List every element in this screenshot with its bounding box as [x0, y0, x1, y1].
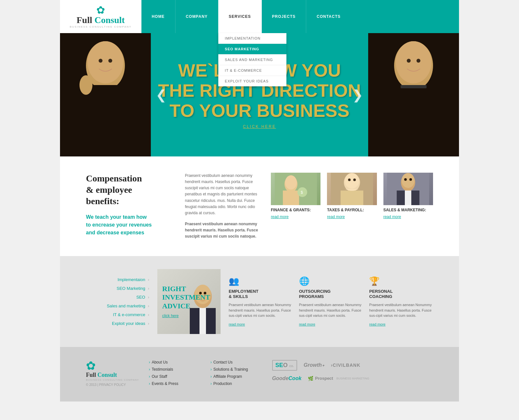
hero-cta[interactable]: CLICK HERE [158, 124, 361, 129]
compensation-subtitle: We teach your team howto encrease your r… [86, 213, 174, 237]
dropdown-item-implementation[interactable]: IMPLEMENTATION [218, 33, 286, 44]
nav-projects[interactable]: PROJECTS [262, 0, 307, 33]
person-left-svg [60, 33, 151, 156]
investment-link[interactable]: click here [162, 314, 216, 318]
partner-goodecook: GoodeCook [272, 376, 302, 381]
svg-rect-13 [401, 85, 427, 88]
footer-production[interactable]: ›Production [211, 381, 262, 386]
card-finance-img: $ [271, 173, 320, 205]
compensation-title: Compensation& employeebenefits: [86, 173, 174, 207]
svg-point-22 [345, 173, 359, 189]
outsourcing-icon: 🌐 [299, 276, 363, 286]
nav-home[interactable]: HOME [141, 0, 175, 33]
feature-employment: 👥 EMPLOYMENT& SKILLS Praesent vestibulum… [229, 276, 293, 327]
dropdown-item-seo-marketing[interactable]: SEO MARKETING [218, 44, 286, 55]
footer-solutions[interactable]: ›Solutions & Training [211, 367, 262, 372]
compensation-section: Compensation& employeebenefits: We teach… [60, 156, 459, 256]
feature-cards: 👥 EMPLOYMENT& SKILLS Praesent vestibulum… [229, 276, 433, 327]
main-nav: HOME COMPANY SERVICES IMPLEMENTATION SEO… [141, 0, 459, 33]
card-finance-title: FINANCE & GRANTS: [271, 208, 320, 212]
outsourcing-link[interactable]: read more [299, 322, 315, 326]
footer-events[interactable]: ›Events & Press [149, 381, 201, 386]
svg-point-28 [402, 173, 415, 188]
svg-rect-16 [283, 191, 299, 205]
nav-contacts[interactable]: CONTACTS [306, 0, 351, 33]
svg-point-11 [407, 59, 411, 63]
dropdown-item-it[interactable]: IT & E-COMMERCE [218, 65, 286, 76]
logo-area: ✿ Full Consult BUSINESS CONSULTING COMPA… [60, 0, 141, 33]
lower-nav-seo-marketing[interactable]: SEO Marketing› [86, 286, 149, 291]
services-dropdown: IMPLEMENTATION SEO MARKETING SALES AND M… [218, 33, 286, 86]
service-cards: $ FINANCE & GRANTS: read more TAXES & PA… [271, 173, 433, 219]
partner-row-2: GoodeCook 🌿 ProspectBUSINESS MARKETING [272, 376, 433, 381]
finance-person-svg: $ [275, 173, 317, 205]
footer-about[interactable]: ›About Us [149, 360, 201, 364]
footer-affiliate[interactable]: ›Affiliate Program [211, 374, 262, 379]
svg-rect-2 [79, 85, 131, 156]
footer: ✿ Full Consult BUSINESS CONSULTING COMPA… [60, 347, 459, 401]
coaching-text: Praesent vestibulum aenean Nonummy hendr… [369, 302, 433, 318]
svg-rect-25 [341, 191, 363, 205]
svg-point-23 [348, 179, 351, 181]
partner-growth: Growth✦ [304, 362, 324, 368]
card-sales: SALES & MARKETING: read more [383, 173, 433, 219]
lower-nav-implementation[interactable]: Implementaion› [86, 277, 149, 282]
nav-company[interactable]: COMPANY [175, 0, 218, 33]
header: ✿ Full Consult BUSINESS CONSULTING COMPA… [60, 0, 459, 33]
taxes-person-svg [331, 173, 373, 205]
card-sales-link[interactable]: read more [383, 215, 401, 219]
lower-nav-exploit[interactable]: Exploit your ideas› [86, 321, 149, 326]
para2: Praesent vestibulum aenean nonummy hendr… [185, 221, 260, 240]
card-taxes-img [327, 173, 377, 205]
card-finance: $ FINANCE & GRANTS: read more [271, 173, 320, 219]
footer-logo-text: Full Consult [86, 372, 139, 378]
svg-point-10 [396, 41, 431, 83]
svg-point-31 [404, 178, 407, 181]
footer-partners: SEO co. Growth✦ ›CIVILBANK GoodeCook 🌿 P… [272, 360, 433, 381]
lower-nav-seo[interactable]: SEO› [86, 295, 149, 300]
feature-coaching: 🏆 PERSONALCOACHING Praesent vestibulum a… [369, 276, 433, 327]
compensation-left: Compensation& employeebenefits: We teach… [86, 173, 174, 237]
feature-outsourcing: 🌐 OUTSOURCINGPROGRAMS Praesent vestibulu… [299, 276, 363, 327]
partner-civilbank: ›CIVILBANK [331, 363, 360, 368]
footer-col2: ›Contact Us ›Solutions & Training ›Affil… [211, 360, 262, 389]
card-taxes-link[interactable]: read more [327, 215, 345, 219]
outsourcing-text: Praesent vestibulum aenean Nonummy hendr… [299, 302, 363, 318]
hero-person-right [368, 33, 459, 156]
footer-logo-icon: ✿ [86, 360, 139, 372]
hero-prev-arrow[interactable]: ❮ [156, 87, 167, 102]
coaching-link[interactable]: read more [369, 322, 385, 326]
dropdown-item-sales[interactable]: SALES AND MARKETING [218, 55, 286, 65]
svg-rect-9 [388, 85, 440, 156]
footer-col1: ›About Us ›Testimonials ›Our Staff ›Even… [149, 360, 201, 389]
dropdown-item-exploit[interactable]: EXPLOIT YOUR IDEAS [218, 76, 286, 86]
hero-next-arrow[interactable]: ❯ [352, 87, 363, 102]
person-right-svg [368, 33, 459, 156]
footer-copyright: © 2013 | PRIVACY POLICY [86, 383, 139, 387]
svg-point-4 [99, 59, 103, 63]
card-finance-link[interactable]: read more [271, 215, 289, 219]
svg-point-17 [285, 175, 297, 190]
partner-prospect: 🌿 ProspectBUSINESS MARKETING [308, 376, 369, 381]
hero-person-left [60, 33, 151, 156]
footer-staff[interactable]: ›Our Staff [149, 374, 201, 379]
footer-logo-area: ✿ Full Consult BUSINESS CONSULTING COMPA… [86, 360, 139, 387]
card-sales-title: SALES & MARKETING: [383, 208, 433, 212]
lower-nav-sales[interactable]: Sales and marketing› [86, 303, 149, 308]
partner-row-1: SEO co. Growth✦ ›CIVILBANK [272, 360, 433, 371]
employment-link[interactable]: read more [229, 322, 245, 326]
sales-person-svg [387, 173, 429, 205]
footer-contact[interactable]: ›Contact Us [211, 360, 262, 364]
partner-seo: SEO co. [272, 360, 297, 371]
svg-point-6 [79, 75, 92, 95]
logo-text: Full Consult [77, 15, 125, 25]
lower-section: Implementaion› SEO Marketing› SEO› Sales… [60, 256, 459, 347]
svg-text:$: $ [301, 190, 303, 195]
footer-testimonials[interactable]: ›Testimonials [149, 367, 201, 372]
footer-tagline: BUSINESS CONSULTING COMPANY [86, 378, 139, 381]
lower-nav-it[interactable]: IT & e-commerce› [86, 312, 149, 317]
card-sales-img [383, 173, 433, 205]
svg-point-32 [409, 178, 412, 181]
svg-point-3 [88, 41, 123, 83]
nav-services[interactable]: SERVICES [218, 0, 261, 33]
